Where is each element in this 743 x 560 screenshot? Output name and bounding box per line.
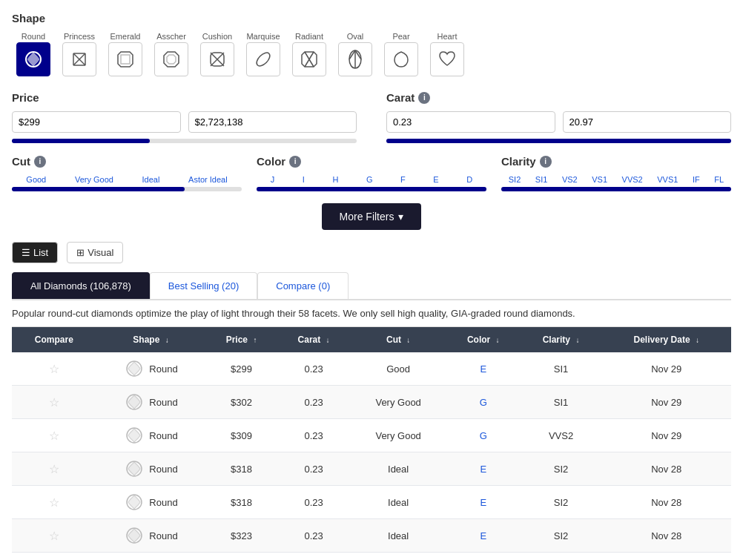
color-d[interactable]: D bbox=[466, 175, 472, 184]
compare-cell[interactable]: ☆ bbox=[12, 519, 96, 553]
star-button[interactable]: ☆ bbox=[49, 529, 59, 543]
color-slider-track[interactable] bbox=[257, 187, 486, 191]
clarity-slider-track[interactable] bbox=[501, 187, 731, 191]
color-i[interactable]: I bbox=[303, 175, 305, 184]
clarity-si2[interactable]: SI2 bbox=[509, 175, 521, 184]
th-price[interactable]: Price ↑ bbox=[205, 327, 277, 352]
table-header-row: Compare Shape ↓ Price ↑ Carat ↓ Cut ↓ Co… bbox=[12, 327, 731, 352]
th-color[interactable]: Color ↓ bbox=[446, 327, 521, 352]
more-filters-button[interactable]: More Filters ▾ bbox=[322, 203, 422, 230]
price-max-input[interactable] bbox=[188, 111, 357, 133]
compare-cell[interactable]: ☆ bbox=[12, 352, 96, 386]
compare-cell[interactable]: ☆ bbox=[12, 386, 96, 419]
svg-marker-7 bbox=[118, 52, 133, 67]
th-shape[interactable]: Shape ↓ bbox=[96, 327, 206, 352]
shape-cell: Round bbox=[96, 352, 206, 386]
tab-compare[interactable]: Compare (0) bbox=[257, 272, 349, 299]
compare-cell[interactable]: ☆ bbox=[12, 452, 96, 486]
carat-info-icon[interactable]: i bbox=[418, 92, 430, 104]
diamond-shape-icon bbox=[124, 458, 145, 479]
svg-marker-31 bbox=[128, 462, 140, 475]
cut-astor-ideal[interactable]: Astor Ideal bbox=[188, 175, 228, 184]
star-button[interactable]: ☆ bbox=[49, 462, 59, 476]
cut-cell: Very Good bbox=[350, 419, 446, 452]
clarity-slider-fill bbox=[501, 187, 731, 191]
tab-all-diamonds[interactable]: All Diamonds (106,878) bbox=[12, 272, 150, 299]
svg-line-12 bbox=[211, 53, 217, 59]
carat-min-input[interactable] bbox=[386, 111, 555, 133]
diamonds-table: Compare Shape ↓ Price ↑ Carat ↓ Cut ↓ Co… bbox=[12, 327, 731, 560]
shape-cushion[interactable]: Cushion bbox=[196, 32, 239, 76]
carat-max-input[interactable] bbox=[563, 111, 732, 133]
clarity-vvs2[interactable]: VVS2 bbox=[622, 175, 643, 184]
star-button[interactable]: ☆ bbox=[49, 362, 59, 376]
svg-line-3 bbox=[73, 53, 79, 59]
shape-asscher[interactable]: Asscher bbox=[150, 32, 193, 76]
color-cell: E bbox=[446, 352, 521, 386]
star-button[interactable]: ☆ bbox=[49, 495, 59, 510]
cut-cell: Very Good bbox=[350, 386, 446, 419]
clarity-vs1[interactable]: VS1 bbox=[592, 175, 607, 184]
th-delivery[interactable]: Delivery Date ↓ bbox=[601, 327, 731, 352]
shape-emerald[interactable]: Emerald bbox=[104, 32, 147, 76]
th-carat[interactable]: Carat ↓ bbox=[277, 327, 351, 352]
color-info-icon[interactable]: i bbox=[289, 156, 301, 168]
color-f[interactable]: F bbox=[400, 175, 406, 184]
svg-line-13 bbox=[217, 53, 224, 59]
cut-slider-track[interactable] bbox=[12, 187, 242, 191]
clarity-fl[interactable]: FL bbox=[714, 175, 724, 184]
clarity-vs2[interactable]: VS2 bbox=[562, 175, 578, 184]
svg-point-16 bbox=[254, 50, 272, 68]
clarity-vvs1[interactable]: VVS1 bbox=[657, 175, 678, 184]
color-filter: Color i J I H G F E D bbox=[257, 155, 486, 191]
delivery-cell: Nov 29 bbox=[601, 419, 731, 452]
th-compare[interactable]: Compare bbox=[12, 327, 96, 352]
th-cut[interactable]: Cut ↓ bbox=[350, 327, 446, 352]
cut-good[interactable]: Good bbox=[26, 175, 46, 184]
shape-oval[interactable]: Oval bbox=[334, 32, 377, 76]
shape-round[interactable]: Round bbox=[12, 32, 55, 76]
shape-princess[interactable]: Princess bbox=[58, 32, 101, 76]
price-min-input[interactable] bbox=[12, 111, 181, 133]
color-j[interactable]: J bbox=[271, 175, 275, 184]
price-cell: $309 bbox=[205, 419, 277, 452]
compare-cell[interactable]: ☆ bbox=[12, 486, 96, 519]
list-view-button[interactable]: ☰ List bbox=[12, 242, 58, 263]
price-slider-track[interactable] bbox=[12, 139, 357, 143]
shape-pear[interactable]: Pear bbox=[380, 32, 423, 76]
cut-info-icon[interactable]: i bbox=[34, 156, 46, 168]
svg-line-15 bbox=[217, 59, 224, 66]
shape-radiant[interactable]: Radiant bbox=[288, 32, 331, 76]
cut-cell: Ideal bbox=[350, 452, 446, 486]
clarity-info-icon[interactable]: i bbox=[540, 156, 552, 168]
cut-ideal[interactable]: Ideal bbox=[142, 175, 160, 184]
table-row: ☆ Round $318 0.23 Ideal E SI2 Nov 28 bbox=[12, 452, 731, 486]
diamond-shape-icon bbox=[124, 525, 145, 546]
compare-cell[interactable]: ☆ bbox=[12, 419, 96, 452]
carat-slider-fill bbox=[386, 139, 731, 143]
visual-view-button[interactable]: ⊞ Visual bbox=[67, 242, 123, 263]
clarity-if[interactable]: IF bbox=[693, 175, 700, 184]
more-filters-row: More Filters ▾ bbox=[12, 203, 731, 230]
color-g[interactable]: G bbox=[366, 175, 373, 184]
carat-slider-track[interactable] bbox=[386, 139, 731, 143]
description-text: Popular round-cut diamonds optimize the … bbox=[12, 300, 731, 327]
price-cell: $302 bbox=[205, 386, 277, 419]
color-h[interactable]: H bbox=[332, 175, 338, 184]
star-button[interactable]: ☆ bbox=[49, 395, 59, 409]
clarity-cell: SI1 bbox=[521, 352, 602, 386]
shape-marquise[interactable]: Marquise bbox=[242, 32, 285, 76]
th-clarity[interactable]: Clarity ↓ bbox=[521, 327, 602, 352]
tab-best-selling[interactable]: Best Selling (20) bbox=[150, 272, 257, 299]
svg-marker-10 bbox=[167, 55, 176, 64]
price-filter: Price bbox=[12, 91, 357, 143]
svg-marker-35 bbox=[128, 529, 140, 542]
star-button[interactable]: ☆ bbox=[49, 429, 59, 443]
cut-label: Cut i bbox=[12, 155, 242, 168]
color-e[interactable]: E bbox=[433, 175, 438, 184]
compare-cell[interactable]: ☆ bbox=[12, 553, 96, 561]
cut-very-good[interactable]: Very Good bbox=[75, 175, 113, 184]
clarity-si1[interactable]: SI1 bbox=[535, 175, 548, 184]
shape-heart[interactable]: Heart bbox=[426, 32, 469, 76]
delivery-cell: Nov 29 bbox=[601, 386, 731, 419]
